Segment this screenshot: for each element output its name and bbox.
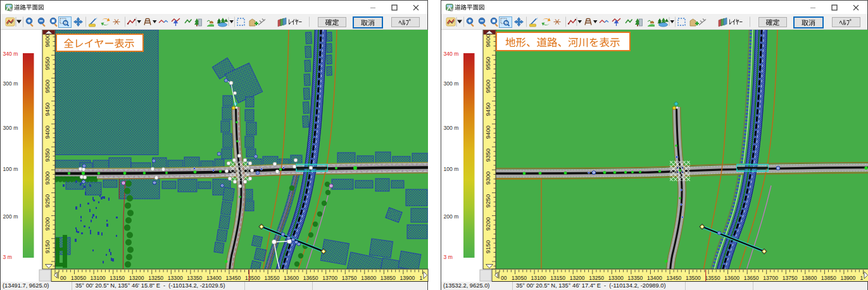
svg-text:13550: 13550 <box>705 275 720 281</box>
svg-text:13800: 13800 <box>361 275 376 281</box>
svg-text:13600: 13600 <box>284 275 299 281</box>
svg-text:9500: 9500 <box>44 80 51 93</box>
svg-text:13400: 13400 <box>647 275 662 281</box>
svg-text:13650: 13650 <box>744 275 759 281</box>
svg-text:13800: 13800 <box>802 275 817 281</box>
svg-text:9300: 9300 <box>44 172 51 185</box>
svg-text:13300: 13300 <box>168 275 183 281</box>
svg-text:300 m: 300 m <box>444 80 459 87</box>
svg-text:9450: 9450 <box>44 103 51 116</box>
svg-text:9250: 9250 <box>484 194 491 208</box>
svg-text:13450: 13450 <box>225 275 241 281</box>
svg-text:13500: 13500 <box>245 275 260 281</box>
svg-text:340 m: 340 m <box>3 51 18 57</box>
svg-text:9150: 9150 <box>484 240 491 253</box>
svg-text:13850: 13850 <box>821 275 836 281</box>
svg-text:13700: 13700 <box>322 275 337 281</box>
svg-text:9550: 9550 <box>44 57 51 70</box>
svg-text:9200: 9200 <box>44 217 51 230</box>
svg-text:13350: 13350 <box>187 275 202 281</box>
svg-text:13600: 13600 <box>724 275 739 281</box>
svg-text:13900: 13900 <box>399 275 415 281</box>
svg-text:13150: 13150 <box>110 275 125 281</box>
svg-text:13300: 13300 <box>608 275 624 281</box>
svg-text:200 m: 200 m <box>444 213 459 220</box>
svg-text:300 m: 300 m <box>3 125 18 131</box>
svg-text:9600: 9600 <box>484 34 491 47</box>
svg-text:13150: 13150 <box>550 275 565 281</box>
svg-text:9350: 9350 <box>484 148 491 161</box>
svg-text:9500: 9500 <box>484 80 491 93</box>
svg-text:9350: 9350 <box>44 148 51 161</box>
svg-text:1: 1 <box>860 275 864 281</box>
svg-text:13400: 13400 <box>206 275 222 281</box>
svg-text:100 m: 100 m <box>444 166 459 172</box>
svg-text:1: 1 <box>420 275 423 281</box>
svg-text:9450: 9450 <box>484 103 491 116</box>
svg-text:300 m: 300 m <box>3 80 18 87</box>
svg-text:13050: 13050 <box>71 275 86 281</box>
svg-text:13900: 13900 <box>840 275 855 281</box>
svg-text:13450: 13450 <box>666 275 681 281</box>
svg-text:300 m: 300 m <box>444 125 459 131</box>
svg-text:9400: 9400 <box>44 125 51 139</box>
svg-text:9550: 9550 <box>484 57 491 70</box>
svg-text:100 m: 100 m <box>3 166 18 172</box>
svg-text:13200: 13200 <box>570 275 585 281</box>
svg-text:13050: 13050 <box>512 275 527 281</box>
svg-text:200 m: 200 m <box>3 213 18 220</box>
svg-text:9600: 9600 <box>44 34 51 47</box>
svg-text:13550: 13550 <box>265 275 280 281</box>
svg-text:9250: 9250 <box>44 194 51 208</box>
svg-text:13500: 13500 <box>686 275 701 281</box>
svg-text:13650: 13650 <box>303 275 318 281</box>
svg-text:00: 00 <box>60 275 66 281</box>
svg-text:9150: 9150 <box>44 240 51 253</box>
svg-text:13750: 13750 <box>783 275 798 281</box>
svg-text:13100: 13100 <box>531 275 546 281</box>
svg-text:13200: 13200 <box>129 275 144 281</box>
svg-text:13700: 13700 <box>763 275 778 281</box>
svg-text:340 m: 340 m <box>444 51 459 57</box>
svg-text:9200: 9200 <box>484 217 491 230</box>
svg-text:3 m: 3 m <box>3 254 12 260</box>
svg-text:13850: 13850 <box>381 275 396 281</box>
svg-text:13750: 13750 <box>342 275 357 281</box>
svg-text:3 m: 3 m <box>444 254 453 260</box>
svg-text:13100: 13100 <box>91 275 106 281</box>
svg-text:13250: 13250 <box>148 275 163 281</box>
svg-text:9300: 9300 <box>484 172 491 185</box>
svg-text:00: 00 <box>501 275 507 281</box>
svg-text:9400: 9400 <box>484 125 491 139</box>
svg-text:13350: 13350 <box>627 275 643 281</box>
svg-text:13250: 13250 <box>589 275 604 281</box>
